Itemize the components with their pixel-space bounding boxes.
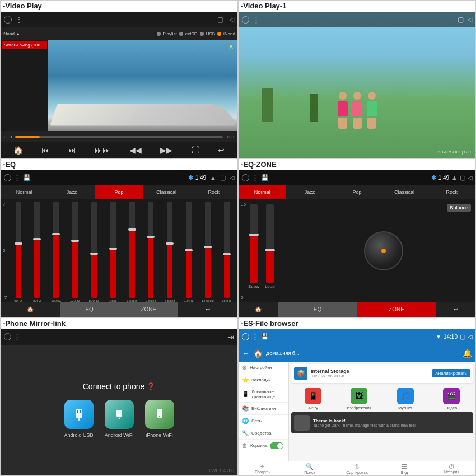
- eq-back-icon[interactable]: ◁: [230, 174, 234, 181]
- es-app-video[interactable]: 🎬 Видео: [430, 388, 473, 410]
- eqz-bar-loud[interactable]: Loud: [265, 202, 275, 288]
- es-sidebar-trash[interactable]: 🗑 Корзина: [239, 440, 288, 452]
- vp-inand-dropdown[interactable]: iNand ▲: [3, 31, 20, 36]
- eq-preset-rock[interactable]: Rock: [190, 185, 237, 199]
- eq-bar-2p5khz[interactable]: 2.5kHz: [142, 202, 160, 302]
- vp-back-btn[interactable]: ↩: [218, 146, 225, 155]
- vp-fwd-btn[interactable]: ▶▶: [160, 146, 172, 155]
- pm-android-wifi-item[interactable]: Android WiFi: [105, 400, 134, 438]
- eq-bar-120hz[interactable]: 120HZ: [67, 202, 84, 302]
- vp1-back-icon[interactable]: ◁: [467, 16, 472, 24]
- es-sidebar-settings[interactable]: ⚙ Настройки: [239, 362, 288, 374]
- vp-inand-label[interactable]: iNand: [223, 31, 235, 36]
- pm-menu-circle[interactable]: [4, 333, 11, 340]
- eq-bar-100hz[interactable]: 100HZ: [48, 202, 65, 302]
- es-bottom-history[interactable]: ⏱ История: [428, 463, 475, 474]
- es-save-icon[interactable]: 💾: [261, 333, 269, 340]
- eq-bar-10khz[interactable]: 10kHz: [180, 202, 198, 302]
- eq-menu-circle[interactable]: [4, 174, 11, 181]
- vp-window-icon[interactable]: ▢: [217, 16, 223, 24]
- vp1-dots-icon[interactable]: ⋮: [253, 16, 260, 24]
- es-trash-toggle[interactable]: [270, 442, 283, 449]
- pm-android-usb-item[interactable]: Android USB: [64, 400, 93, 438]
- eq-bar-1khz[interactable]: 1kHz: [104, 202, 122, 302]
- eqz-preset-jazz[interactable]: Jazz: [286, 185, 334, 199]
- eq-dots-icon[interactable]: ⋮: [13, 174, 21, 182]
- eq-y-top: 7: [3, 202, 7, 207]
- es-menu-circle[interactable]: [242, 333, 249, 340]
- eq-home-btn[interactable]: 🏠: [1, 302, 60, 317]
- es-sidebar-libraries[interactable]: 📚 Библиотеки: [239, 403, 288, 415]
- es-nav-home-icon[interactable]: 🏠: [253, 349, 263, 358]
- eqz-menu-circle[interactable]: [242, 174, 249, 181]
- eqz-bar-subw[interactable]: Subw: [248, 202, 259, 288]
- vp-playlist-label[interactable]: Playlist: [163, 31, 177, 36]
- eqz-back-icon[interactable]: ◁: [468, 174, 472, 181]
- eqz-dots-icon[interactable]: ⋮: [251, 174, 259, 182]
- vp-usb-label[interactable]: USB: [206, 31, 215, 36]
- es-sidebar-bookmarks[interactable]: ⭐ Закладки: [239, 374, 288, 386]
- es-analyze-btn[interactable]: Анализировать: [432, 369, 470, 377]
- es-nav-back-icon[interactable]: ←: [242, 349, 250, 358]
- vp-menu-circle[interactable]: [4, 16, 12, 24]
- es-app-music[interactable]: 🎵 Музыка: [384, 388, 427, 410]
- vp-prev-btn[interactable]: ⏮: [41, 146, 49, 155]
- eq-bar-12p5khz[interactable]: 12.5kHz: [199, 202, 216, 302]
- eq-bar-500hz[interactable]: 500HZ: [85, 202, 102, 302]
- vp-home-btn[interactable]: 🏠: [13, 146, 23, 155]
- eqz-preset-pop[interactable]: Pop: [333, 185, 381, 199]
- es-bottom-create[interactable]: + Создать: [239, 463, 286, 474]
- es-bottom-sort[interactable]: ⇅ Сортировка: [333, 463, 381, 474]
- eq-bar-7p5khz[interactable]: 7.5kHz: [161, 202, 179, 302]
- pm-dots-icon[interactable]: ⋮: [13, 333, 21, 341]
- eqz-balance-btn[interactable]: Balance: [447, 204, 471, 212]
- es-notification-icon[interactable]: 🔔: [463, 349, 472, 358]
- vp-playlist-item[interactable]: Sistar-Loving (108...: [2, 41, 47, 49]
- vp-fullscreen-btn[interactable]: ⛶: [192, 146, 199, 155]
- eqz-eq-tab[interactable]: EQ: [278, 302, 357, 317]
- es-bottom-view[interactable]: ☰ Вид: [381, 463, 428, 474]
- eq-bar-80hz[interactable]: 80HZ: [29, 202, 46, 302]
- eq-window-icon[interactable]: ▢: [220, 174, 226, 181]
- vp-back-icon[interactable]: ◁: [229, 16, 234, 24]
- eqz-home-btn[interactable]: 🏠: [239, 302, 278, 317]
- es-sidebar-network[interactable]: 🌐 Сеть: [239, 415, 288, 427]
- eq-back-btn[interactable]: ↩: [178, 302, 237, 317]
- vp-progress-bar[interactable]: [15, 136, 223, 138]
- es-bottom-search[interactable]: 🔍 Поиск: [286, 463, 334, 474]
- vp1-menu-circle[interactable]: [242, 16, 249, 24]
- eq-eq-tab[interactable]: EQ: [60, 302, 119, 317]
- eqz-balance-knob[interactable]: [364, 231, 403, 270]
- vp-extsd-label[interactable]: extSD: [185, 31, 198, 36]
- vp-next-btn[interactable]: ⏭: [68, 146, 76, 155]
- eq-zone-tab[interactable]: ZONE: [119, 302, 179, 317]
- eqz-preset-normal[interactable]: Normal: [239, 185, 286, 199]
- eq-save-icon[interactable]: 💾: [23, 174, 31, 181]
- pm-cast-icon[interactable]: ⇥: [227, 333, 234, 342]
- eqz-save-icon[interactable]: 💾: [261, 174, 269, 181]
- es-sidebar-tools[interactable]: 🔧 Средства: [239, 427, 288, 440]
- eqz-preset-classical[interactable]: Classical: [381, 185, 428, 199]
- pm-iphone-wifi-item[interactable]: iPhone WiFi: [145, 400, 174, 438]
- eq-bar-60hz[interactable]: 60HZ: [10, 202, 27, 302]
- eqz-preset-rock[interactable]: Rock: [428, 185, 475, 199]
- es-app-apps[interactable]: 📱 APPу: [291, 388, 335, 410]
- es-sidebar-local[interactable]: 📱 Локальное хранилище: [239, 386, 288, 403]
- es-back-icon[interactable]: ◁: [468, 333, 472, 340]
- vp1-window-icon[interactable]: ▢: [458, 16, 464, 24]
- eq-preset-jazz[interactable]: Jazz: [48, 185, 96, 199]
- eqz-zone-tab[interactable]: ZONE: [357, 302, 436, 317]
- eq-bar-1p5khz[interactable]: 1.5kHz: [123, 202, 141, 302]
- vp-skip-fwd-btn[interactable]: ⏭⏭: [95, 146, 110, 155]
- eq-preset-pop[interactable]: Pop: [95, 185, 143, 199]
- pm-help-icon[interactable]: ❓: [147, 382, 155, 390]
- eq-bar-15khz[interactable]: 15kHz: [218, 202, 235, 302]
- vp-dots-icon[interactable]: ⋮: [15, 15, 23, 24]
- eq-preset-classical[interactable]: Classical: [143, 185, 190, 199]
- eq-preset-normal[interactable]: Normal: [1, 185, 48, 199]
- es-app-images[interactable]: 🖼 Изображения: [337, 388, 381, 410]
- eqz-window-icon[interactable]: ▢: [460, 174, 465, 181]
- es-dots-icon[interactable]: ⋮: [251, 333, 259, 341]
- eqz-back-btn[interactable]: ↩: [436, 302, 476, 317]
- vp-rew-btn[interactable]: ◀◀: [129, 146, 142, 155]
